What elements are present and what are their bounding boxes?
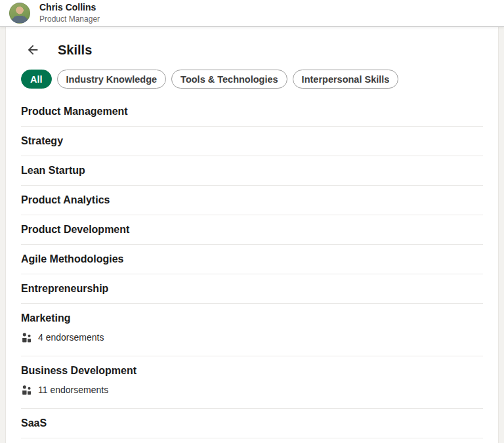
skills-list: Product Management Strategy Lean Startup…	[21, 97, 483, 438]
skill-row[interactable]: Agile Methodologies	[21, 245, 483, 274]
endorsement-count: 11 endorsements	[38, 384, 108, 396]
profile-header-text: Chris Collins Product Manager	[39, 2, 100, 24]
endorsement-row: 11 endorsements	[21, 384, 483, 401]
filter-pills: All Industry Knowledge Tools & Technolog…	[21, 70, 483, 89]
skill-row[interactable]: Strategy	[21, 127, 483, 156]
skill-row[interactable]: Product Development	[21, 215, 483, 245]
profile-name: Chris Collins	[39, 2, 100, 14]
skill-name: Entrepreneurship	[21, 282, 483, 296]
filter-pill-label: Industry Knowledge	[66, 74, 158, 85]
filter-pill-label: All	[30, 74, 43, 85]
filter-pill-label: Interpersonal Skills	[302, 74, 390, 85]
skill-row[interactable]: Product Analytics	[21, 186, 483, 215]
avatar[interactable]	[9, 3, 30, 24]
skill-row[interactable]: Business Development 11 endorsements	[21, 356, 483, 409]
skill-row[interactable]: Lean Startup	[21, 156, 483, 186]
skill-name: Product Analytics	[21, 193, 483, 207]
skill-name: Business Development	[21, 364, 483, 378]
content-background: Skills All Industry Knowledge Tools & Te…	[0, 27, 504, 443]
skill-name: Product Management	[21, 104, 483, 119]
profile-header: Chris Collins Product Manager	[0, 0, 504, 27]
title-row: Skills	[21, 27, 483, 62]
back-button[interactable]	[22, 39, 43, 60]
skills-card: Skills All Industry Knowledge Tools & Te…	[5, 27, 499, 443]
skill-name: Agile Methodologies	[21, 252, 483, 266]
endorsement-row: 4 endorsements	[21, 331, 483, 348]
skill-name: Product Development	[21, 222, 483, 237]
page-title: Skills	[58, 43, 92, 58]
skill-row[interactable]: SaaS	[21, 409, 483, 438]
skill-name: Marketing	[21, 311, 483, 326]
people-icon	[21, 385, 32, 396]
profile-title: Product Manager	[39, 14, 100, 24]
filter-pill[interactable]: All	[21, 70, 52, 89]
skill-row[interactable]: Product Management	[21, 97, 483, 127]
skill-name: SaaS	[21, 416, 483, 431]
skill-row[interactable]: Entrepreneurship	[21, 274, 483, 304]
filter-pill[interactable]: Tools & Technologies	[171, 70, 287, 89]
endorsement-count: 4 endorsements	[38, 331, 104, 343]
arrow-left-icon	[26, 43, 40, 57]
skill-row[interactable]: Marketing 4 endorsements	[21, 304, 483, 356]
skill-name: Lean Startup	[21, 163, 483, 178]
people-icon	[21, 332, 32, 343]
filter-pill[interactable]: Interpersonal Skills	[293, 70, 399, 89]
skill-name: Strategy	[21, 134, 483, 148]
filter-pill-label: Tools & Technologies	[180, 74, 278, 85]
filter-pill[interactable]: Industry Knowledge	[57, 70, 167, 89]
